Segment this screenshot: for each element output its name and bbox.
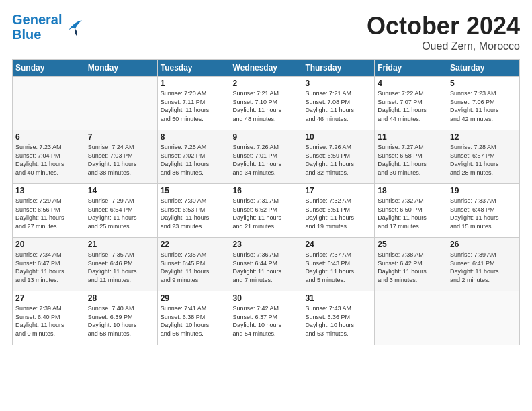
table-row: 3Sunrise: 7:21 AM Sunset: 7:08 PM Daylig…: [302, 77, 375, 130]
table-row: 9Sunrise: 7:26 AM Sunset: 7:01 PM Daylig…: [230, 130, 302, 184]
day-number: 15: [161, 186, 227, 195]
day-info: Sunrise: 7:25 AM Sunset: 7:02 PM Dayligh…: [161, 143, 227, 177]
table-row: 10Sunrise: 7:26 AM Sunset: 6:59 PM Dayli…: [302, 130, 375, 184]
day-info: Sunrise: 7:43 AM Sunset: 6:36 PM Dayligh…: [305, 304, 371, 338]
calendar-week-row: 27Sunrise: 7:39 AM Sunset: 6:40 PM Dayli…: [13, 291, 520, 345]
table-row: 5Sunrise: 7:23 AM Sunset: 7:06 PM Daylig…: [447, 77, 520, 130]
calendar-header-row: Sunday Monday Tuesday Wednesday Thursday…: [13, 60, 520, 77]
table-row: [85, 77, 157, 130]
day-number: 18: [378, 186, 444, 195]
table-row: 19Sunrise: 7:33 AM Sunset: 6:48 PM Dayli…: [447, 184, 520, 238]
title-section: October 2024 Oued Zem, Morocco: [367, 12, 520, 52]
col-wednesday: Wednesday: [230, 60, 302, 77]
day-number: 24: [305, 240, 371, 249]
col-saturday: Saturday: [447, 60, 520, 77]
logo: General Blue: [12, 12, 83, 42]
col-tuesday: Tuesday: [157, 60, 230, 77]
logo-blue: Blue: [12, 27, 41, 42]
day-info: Sunrise: 7:40 AM Sunset: 6:39 PM Dayligh…: [88, 304, 154, 338]
day-number: 28: [88, 293, 154, 303]
day-info: Sunrise: 7:37 AM Sunset: 6:43 PM Dayligh…: [305, 250, 371, 284]
day-number: 2: [233, 79, 300, 88]
day-info: Sunrise: 7:35 AM Sunset: 6:46 PM Dayligh…: [88, 250, 154, 284]
page: General Blue October 2024 Oued Zem, Moro…: [0, 0, 532, 411]
day-info: Sunrise: 7:32 AM Sunset: 6:50 PM Dayligh…: [378, 197, 444, 230]
day-number: 7: [88, 132, 154, 142]
day-number: 26: [450, 240, 517, 249]
calendar-table: Sunday Monday Tuesday Wednesday Thursday…: [12, 59, 520, 345]
table-row: 15Sunrise: 7:30 AM Sunset: 6:53 PM Dayli…: [157, 184, 230, 238]
day-number: 27: [15, 293, 82, 303]
day-number: 30: [233, 293, 300, 303]
table-row: 18Sunrise: 7:32 AM Sunset: 6:50 PM Dayli…: [375, 184, 447, 238]
table-row: 23Sunrise: 7:36 AM Sunset: 6:44 PM Dayli…: [230, 238, 302, 291]
table-row: [13, 77, 85, 130]
day-number: 5: [450, 79, 517, 88]
table-row: 30Sunrise: 7:42 AM Sunset: 6:37 PM Dayli…: [230, 291, 302, 345]
table-row: 4Sunrise: 7:22 AM Sunset: 7:07 PM Daylig…: [375, 77, 447, 130]
day-number: 21: [88, 240, 154, 249]
table-row: [447, 291, 520, 345]
day-info: Sunrise: 7:26 AM Sunset: 7:01 PM Dayligh…: [233, 143, 300, 177]
day-number: 31: [305, 293, 371, 303]
table-row: 2Sunrise: 7:21 AM Sunset: 7:10 PM Daylig…: [230, 77, 302, 130]
day-number: 12: [450, 132, 517, 142]
table-row: 1Sunrise: 7:20 AM Sunset: 7:11 PM Daylig…: [157, 77, 230, 130]
table-row: 28Sunrise: 7:40 AM Sunset: 6:39 PM Dayli…: [85, 291, 157, 345]
day-info: Sunrise: 7:39 AM Sunset: 6:40 PM Dayligh…: [15, 304, 82, 338]
day-number: 13: [15, 186, 82, 195]
day-info: Sunrise: 7:21 AM Sunset: 7:08 PM Dayligh…: [305, 89, 371, 123]
table-row: 11Sunrise: 7:27 AM Sunset: 6:58 PM Dayli…: [375, 130, 447, 184]
day-number: 16: [233, 186, 300, 195]
table-row: 31Sunrise: 7:43 AM Sunset: 6:36 PM Dayli…: [302, 291, 375, 345]
table-row: 17Sunrise: 7:32 AM Sunset: 6:51 PM Dayli…: [302, 184, 375, 238]
day-number: 1: [161, 79, 227, 88]
day-number: 11: [378, 132, 444, 142]
location-title: Oued Zem, Morocco: [367, 40, 520, 52]
logo-bird-icon: [63, 17, 83, 37]
table-row: 20Sunrise: 7:34 AM Sunset: 6:47 PM Dayli…: [13, 238, 85, 291]
table-row: 22Sunrise: 7:35 AM Sunset: 6:45 PM Dayli…: [157, 238, 230, 291]
table-row: 25Sunrise: 7:38 AM Sunset: 6:42 PM Dayli…: [375, 238, 447, 291]
header: General Blue October 2024 Oued Zem, Moro…: [12, 12, 520, 52]
table-row: 7Sunrise: 7:24 AM Sunset: 7:03 PM Daylig…: [85, 130, 157, 184]
day-info: Sunrise: 7:23 AM Sunset: 7:06 PM Dayligh…: [450, 89, 517, 123]
day-info: Sunrise: 7:33 AM Sunset: 6:48 PM Dayligh…: [450, 197, 517, 230]
month-title: October 2024: [367, 12, 520, 40]
table-row: 26Sunrise: 7:39 AM Sunset: 6:41 PM Dayli…: [447, 238, 520, 291]
day-number: 3: [305, 79, 371, 88]
day-info: Sunrise: 7:38 AM Sunset: 6:42 PM Dayligh…: [378, 250, 444, 284]
table-row: 16Sunrise: 7:31 AM Sunset: 6:52 PM Dayli…: [230, 184, 302, 238]
day-number: 17: [305, 186, 371, 195]
calendar-week-row: 6Sunrise: 7:23 AM Sunset: 7:04 PM Daylig…: [13, 130, 520, 184]
day-info: Sunrise: 7:20 AM Sunset: 7:11 PM Dayligh…: [161, 89, 227, 123]
calendar-week-row: 20Sunrise: 7:34 AM Sunset: 6:47 PM Dayli…: [13, 238, 520, 291]
day-info: Sunrise: 7:34 AM Sunset: 6:47 PM Dayligh…: [15, 250, 82, 284]
day-info: Sunrise: 7:26 AM Sunset: 6:59 PM Dayligh…: [305, 143, 371, 177]
day-number: 29: [161, 293, 227, 303]
day-info: Sunrise: 7:24 AM Sunset: 7:03 PM Dayligh…: [88, 143, 154, 177]
day-number: 20: [15, 240, 82, 249]
day-number: 6: [15, 132, 82, 142]
day-info: Sunrise: 7:39 AM Sunset: 6:41 PM Dayligh…: [450, 250, 517, 284]
day-info: Sunrise: 7:32 AM Sunset: 6:51 PM Dayligh…: [305, 197, 371, 230]
day-number: 8: [161, 132, 227, 142]
day-info: Sunrise: 7:30 AM Sunset: 6:53 PM Dayligh…: [161, 197, 227, 230]
table-row: 24Sunrise: 7:37 AM Sunset: 6:43 PM Dayli…: [302, 238, 375, 291]
day-info: Sunrise: 7:35 AM Sunset: 6:45 PM Dayligh…: [161, 250, 227, 284]
table-row: 21Sunrise: 7:35 AM Sunset: 6:46 PM Dayli…: [85, 238, 157, 291]
table-row: 14Sunrise: 7:29 AM Sunset: 6:54 PM Dayli…: [85, 184, 157, 238]
day-number: 14: [88, 186, 154, 195]
day-number: 25: [378, 240, 444, 249]
calendar-week-row: 13Sunrise: 7:29 AM Sunset: 6:56 PM Dayli…: [13, 184, 520, 238]
table-row: 12Sunrise: 7:28 AM Sunset: 6:57 PM Dayli…: [447, 130, 520, 184]
table-row: 29Sunrise: 7:41 AM Sunset: 6:38 PM Dayli…: [157, 291, 230, 345]
day-info: Sunrise: 7:36 AM Sunset: 6:44 PM Dayligh…: [233, 250, 300, 284]
day-info: Sunrise: 7:29 AM Sunset: 6:56 PM Dayligh…: [15, 197, 82, 230]
day-info: Sunrise: 7:42 AM Sunset: 6:37 PM Dayligh…: [233, 304, 300, 338]
table-row: [375, 291, 447, 345]
day-number: 4: [378, 79, 444, 88]
day-info: Sunrise: 7:21 AM Sunset: 7:10 PM Dayligh…: [233, 89, 300, 123]
day-info: Sunrise: 7:28 AM Sunset: 6:57 PM Dayligh…: [450, 143, 517, 177]
day-number: 10: [305, 132, 371, 142]
